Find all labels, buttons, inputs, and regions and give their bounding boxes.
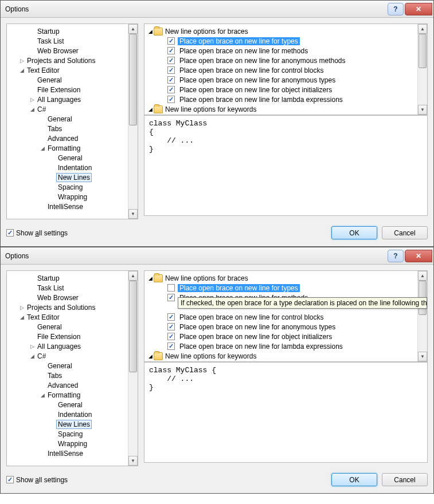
collapse-icon[interactable]: ◢ bbox=[147, 107, 154, 112]
tree-item[interactable]: General bbox=[8, 75, 138, 85]
tree-item[interactable]: General bbox=[8, 361, 138, 371]
tree-item[interactable]: Web Browser bbox=[8, 293, 138, 302]
scroll-track[interactable] bbox=[128, 34, 138, 209]
option-item[interactable]: Place open brace on new line for methods bbox=[144, 46, 417, 56]
show-all-checkbox[interactable] bbox=[6, 229, 14, 237]
cancel-button[interactable]: Cancel bbox=[382, 226, 428, 239]
cancel-button[interactable]: Cancel bbox=[382, 473, 428, 486]
option-item[interactable]: Place open brace on new line for object … bbox=[144, 85, 417, 94]
category-tree[interactable]: StartupTask ListWeb Browser▷Projects and… bbox=[7, 24, 138, 214]
checkbox[interactable] bbox=[167, 96, 175, 103]
checkbox[interactable] bbox=[167, 323, 175, 330]
expand-icon[interactable]: ◢ bbox=[18, 314, 25, 320]
tree-item[interactable]: ▷All Languages bbox=[8, 341, 138, 351]
expand-icon[interactable]: ◢ bbox=[29, 353, 36, 359]
expand-icon[interactable]: ◢ bbox=[39, 145, 46, 151]
tree-item[interactable]: ◢Formatting bbox=[8, 390, 138, 400]
category-tree[interactable]: StartupTask ListWeb Browser▷Projects and… bbox=[7, 271, 138, 460]
scroll-thumb[interactable] bbox=[129, 281, 137, 372]
tree-item[interactable]: General bbox=[8, 153, 138, 163]
options-group[interactable]: ◢New line options for keywords bbox=[144, 104, 417, 114]
tree-item[interactable]: IntelliSense bbox=[8, 202, 138, 211]
checkbox[interactable] bbox=[167, 342, 175, 350]
titlebar[interactable]: Options?✕ bbox=[1, 1, 433, 18]
scroll-up-icon[interactable]: ▲ bbox=[418, 271, 427, 281]
option-item[interactable]: Place open brace on new line for anonymo… bbox=[144, 322, 417, 332]
option-item[interactable]: Place open brace on new line for control… bbox=[144, 65, 417, 75]
tree-item[interactable]: Indentation bbox=[8, 163, 138, 172]
tree-item[interactable]: Web Browser bbox=[8, 46, 138, 56]
tree-item[interactable]: IntelliSense bbox=[8, 448, 138, 458]
tree-item[interactable]: Wrapping bbox=[8, 439, 138, 448]
checkbox[interactable] bbox=[167, 294, 175, 301]
help-button[interactable]: ? bbox=[388, 250, 404, 262]
checkbox[interactable] bbox=[167, 76, 175, 84]
scroll-down-icon[interactable]: ▼ bbox=[418, 352, 427, 361]
scroll-thumb[interactable] bbox=[129, 34, 137, 125]
options-group[interactable]: ◢New line options for braces bbox=[144, 273, 417, 283]
tree-item[interactable]: Spacing bbox=[8, 182, 138, 192]
tree-item[interactable]: Advanced bbox=[8, 133, 138, 143]
ok-button[interactable]: OK bbox=[331, 473, 377, 486]
scroll-track[interactable] bbox=[418, 281, 427, 352]
tree-item[interactable]: ◢C# bbox=[8, 351, 138, 361]
tree-item[interactable]: General bbox=[8, 322, 138, 332]
tree-item[interactable]: File Extension bbox=[8, 85, 138, 94]
scroll-down-icon[interactable]: ▼ bbox=[418, 105, 427, 115]
expand-icon[interactable]: ◢ bbox=[18, 68, 25, 73]
tree-item[interactable]: ▷Projects and Solutions bbox=[8, 302, 138, 312]
tree-item[interactable]: Advanced bbox=[8, 380, 138, 390]
scroll-down-icon[interactable]: ▼ bbox=[128, 456, 138, 466]
expand-icon[interactable]: ▷ bbox=[29, 344, 36, 349]
options-tree[interactable]: ◢New line options for bracesPlace open b… bbox=[144, 271, 417, 362]
expand-icon[interactable]: ▷ bbox=[29, 97, 36, 103]
close-button[interactable]: ✕ bbox=[405, 3, 432, 15]
tree-item[interactable]: Task List bbox=[8, 283, 138, 293]
options-group[interactable]: ◢New line options for braces bbox=[144, 26, 417, 36]
checkbox[interactable] bbox=[167, 66, 175, 74]
tree-item[interactable]: New Lines bbox=[8, 419, 138, 429]
checkbox[interactable] bbox=[167, 313, 175, 321]
checkbox[interactable] bbox=[167, 284, 175, 292]
checkbox[interactable] bbox=[167, 37, 175, 45]
tree-item[interactable]: ◢Text Editor bbox=[8, 312, 138, 322]
expand-icon[interactable]: ▷ bbox=[18, 305, 25, 310]
show-all-label[interactable]: Show all settings bbox=[16, 229, 68, 237]
option-item[interactable]: Place open brace on new line for anonymo… bbox=[144, 56, 417, 65]
scroll-track[interactable] bbox=[128, 281, 138, 456]
tree-item[interactable]: ◢C# bbox=[8, 104, 138, 114]
checkbox[interactable] bbox=[167, 57, 175, 64]
options-tree[interactable]: ◢New line options for bracesPlace open b… bbox=[144, 24, 417, 115]
expand-icon[interactable]: ◢ bbox=[39, 392, 46, 398]
tree-item[interactable]: Startup bbox=[8, 273, 138, 283]
collapse-icon[interactable]: ◢ bbox=[147, 275, 154, 281]
show-all-checkbox[interactable] bbox=[6, 476, 14, 483]
option-item[interactable]: Place open brace on new line for types bbox=[144, 36, 417, 46]
scrollbar[interactable]: ▲▼ bbox=[417, 24, 427, 115]
tree-item[interactable]: ◢Text Editor bbox=[8, 65, 138, 75]
tree-item[interactable]: Startup bbox=[8, 26, 138, 36]
option-item[interactable]: Place open brace on new line for anonymo… bbox=[144, 75, 417, 85]
option-item[interactable]: Place open brace on new line for lambda … bbox=[144, 341, 417, 351]
scroll-down-icon[interactable]: ▼ bbox=[128, 209, 138, 219]
titlebar[interactable]: Options?✕ bbox=[1, 247, 433, 265]
scrollbar[interactable]: ▲▼ bbox=[128, 271, 138, 466]
tree-item[interactable]: New Lines bbox=[8, 172, 138, 182]
tree-item[interactable]: Indentation bbox=[8, 410, 138, 419]
option-item[interactable]: Place open brace on new line for lambda … bbox=[144, 94, 417, 104]
expand-icon[interactable]: ▷ bbox=[18, 58, 25, 64]
close-button[interactable]: ✕ bbox=[405, 250, 432, 262]
checkbox[interactable] bbox=[167, 86, 175, 93]
scroll-up-icon[interactable]: ▲ bbox=[418, 24, 427, 34]
collapse-icon[interactable]: ◢ bbox=[147, 29, 154, 34]
show-all-label[interactable]: Show all settings bbox=[16, 476, 68, 484]
tree-item[interactable]: General bbox=[8, 114, 138, 124]
tree-item[interactable]: Task List bbox=[8, 36, 138, 46]
checkbox[interactable] bbox=[167, 333, 175, 340]
expand-icon[interactable]: ◢ bbox=[29, 107, 36, 112]
tree-item[interactable]: Tabs bbox=[8, 124, 138, 133]
scroll-track[interactable] bbox=[418, 34, 427, 105]
option-item[interactable]: Place open brace on new line for object … bbox=[144, 332, 417, 341]
tree-item[interactable]: Spacing bbox=[8, 429, 138, 439]
scroll-up-icon[interactable]: ▲ bbox=[128, 24, 138, 34]
